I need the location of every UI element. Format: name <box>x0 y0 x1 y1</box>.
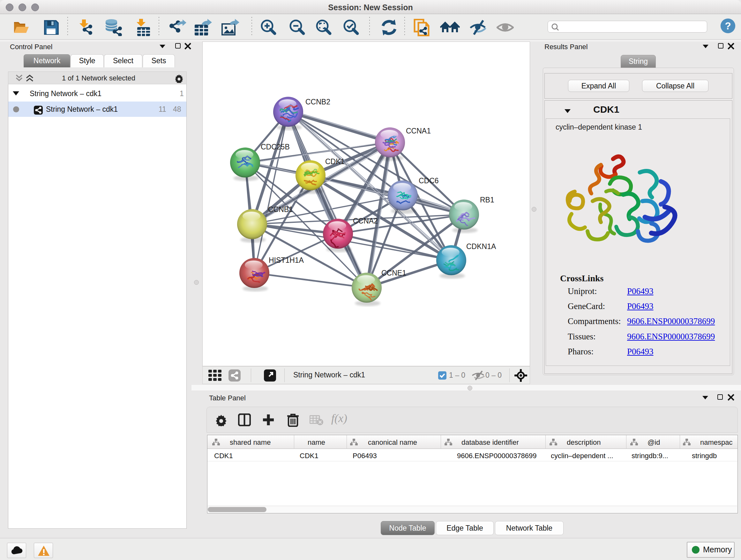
svg-text:CCNA2: CCNA2 <box>353 217 378 225</box>
svg-text:CCNB1: CCNB1 <box>268 205 293 213</box>
svg-text:CDC25B: CDC25B <box>261 143 290 151</box>
svg-text:RB1: RB1 <box>480 196 494 204</box>
svg-text:HIST1H1A: HIST1H1A <box>269 256 304 264</box>
svg-text:CCNB2: CCNB2 <box>306 98 330 106</box>
svg-text:CDKN1A: CDKN1A <box>466 242 496 251</box>
svg-text:CDK1: CDK1 <box>325 158 345 166</box>
svg-text:CCNA1: CCNA1 <box>406 127 431 135</box>
svg-text:CCNE1: CCNE1 <box>381 269 406 277</box>
svg-text:CDC6: CDC6 <box>419 177 439 185</box>
svg-text:?: ? <box>725 20 731 32</box>
